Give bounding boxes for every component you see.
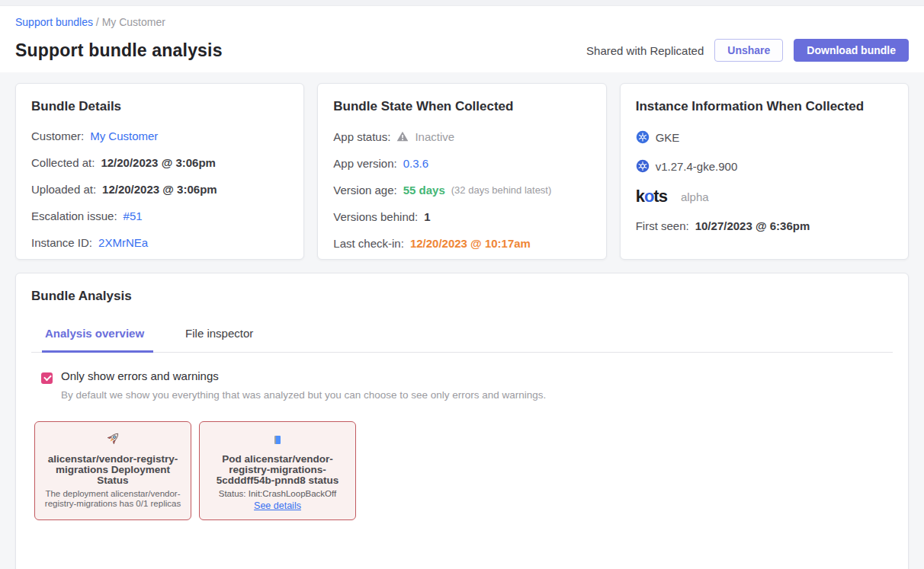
instance-id-label: Instance ID: [31,237,92,248]
k8s-version-value: v1.27.4-gke.900 [656,161,738,172]
broken-image-icon [274,436,281,444]
app-status-row: App status: Inactive [333,130,590,142]
result-card-deployment-status[interactable]: alicenstar/vendor-registry-migrations De… [34,421,191,521]
app-status-label: App status: [333,131,390,142]
kots-logo: kots [636,188,667,205]
escalation-issue-label: Escalation issue: [31,210,117,222]
version-age-note: (32 days behind latest) [451,185,552,195]
bundle-analysis-title: Bundle Analysis [31,289,893,304]
uploaded-at-label: Uploaded at: [31,184,96,195]
result-card-pod-status[interactable]: Pod alicenstar/vendor-registry-migration… [199,421,356,521]
kots-channel-label: alpha [681,191,709,203]
uploaded-at-row: Uploaded at: 12/20/2023 @ 3:06pm [31,184,288,195]
instance-id-link[interactable]: 2XMrNEa [98,237,148,248]
tab-analysis-overview[interactable]: Analysis overview [42,327,153,353]
result-title: alicenstar/vendor-registry-migrations De… [43,454,183,487]
k8s-version-row: v1.27.4-gke.900 [636,159,893,173]
bundle-state-card: Bundle State When Collected App status: … [317,83,606,260]
gke-icon [636,130,650,144]
collected-at-value: 12/20/2023 @ 3:06pm [101,157,216,168]
instance-id-row: Instance ID: 2XMrNEa [31,237,288,248]
last-checkin-row: Last check-in: 12/20/2023 @ 10:17am [333,238,590,249]
page-header: Support bundles / My Customer Support bu… [0,6,924,72]
first-seen-label: First seen: [636,220,689,232]
bundle-details-title: Bundle Details [31,99,288,114]
see-details-link[interactable]: See details [254,500,301,511]
customer-row: Customer: My Customer [31,130,288,142]
version-age-row: Version age: 55 days (32 days behind lat… [333,184,590,196]
shared-status-text: Shared with Replicated [586,44,704,57]
result-description: The deployment alicenstar/vendor-registr… [43,489,183,509]
bundle-analysis-card: Bundle Analysis Analysis overview File i… [15,273,909,569]
rocket-icon [105,430,121,449]
errors-warnings-checkbox[interactable] [41,372,53,384]
filter-row: Only show errors and warnings By default… [41,368,893,401]
kots-logo-o: o [644,187,653,206]
analysis-tabs: Analysis overview File inspector [31,327,893,353]
filter-label: Only show errors and warnings [61,368,546,385]
breadcrumb-current: My Customer [102,16,165,28]
analysis-results: alicenstar/vendor-registry-migrations De… [34,421,893,521]
app-status-value: Inactive [415,131,454,142]
versions-behind-value: 1 [424,211,430,222]
app-version-label: App version: [333,158,396,169]
warning-icon [396,130,409,142]
last-checkin-value: 12/20/2023 @ 10:17am [410,238,531,249]
app-version-row: App version: 0.3.6 [333,158,590,169]
kots-row: kots alpha [636,188,893,205]
breadcrumb-support-bundles-link[interactable]: Support bundles [15,16,93,28]
filter-description: By default we show you everything that w… [61,389,546,401]
instance-info-card: Instance Information When Collected GKE [620,83,909,260]
last-checkin-label: Last check-in: [333,238,404,249]
breadcrumb: Support bundles / My Customer [15,16,909,28]
versions-behind-label: Versions behind: [333,211,418,222]
unshare-button[interactable]: Unshare [714,39,783,62]
bundle-details-card: Bundle Details Customer: My Customer Col… [15,83,304,260]
first-seen-row: First seen: 10/27/2023 @ 6:36pm [636,220,893,232]
customer-label: Customer: [31,130,84,142]
collected-at-label: Collected at: [31,157,95,168]
download-bundle-button[interactable]: Download bundle [794,39,909,62]
top-strip [0,0,924,6]
versions-behind-row: Versions behind: 1 [333,211,590,222]
breadcrumb-separator: / [96,16,102,28]
bundle-state-title: Bundle State When Collected [333,99,590,114]
escalation-issue-row: Escalation issue: #51 [31,210,288,222]
version-age-value: 55 days [403,184,445,196]
distribution-row: GKE [636,130,893,144]
app-version-link[interactable]: 0.3.6 [403,158,428,169]
customer-link[interactable]: My Customer [90,130,158,142]
result-title: Pod alicenstar/vendor-registry-migration… [207,454,348,487]
page-title: Support bundle analysis [15,40,223,61]
collected-at-row: Collected at: 12/20/2023 @ 3:06pm [31,157,288,168]
instance-info-title: Instance Information When Collected [636,99,893,114]
kubernetes-icon [636,159,650,173]
tab-file-inspector[interactable]: File inspector [182,327,256,352]
result-status: Status: Init:CrashLoopBackOff [207,489,348,498]
distribution-value: GKE [656,132,680,143]
escalation-issue-link[interactable]: #51 [124,210,143,222]
first-seen-value: 10/27/2023 @ 6:36pm [695,220,810,232]
version-age-label: Version age: [333,184,396,196]
uploaded-at-value: 12/20/2023 @ 3:06pm [102,184,217,195]
